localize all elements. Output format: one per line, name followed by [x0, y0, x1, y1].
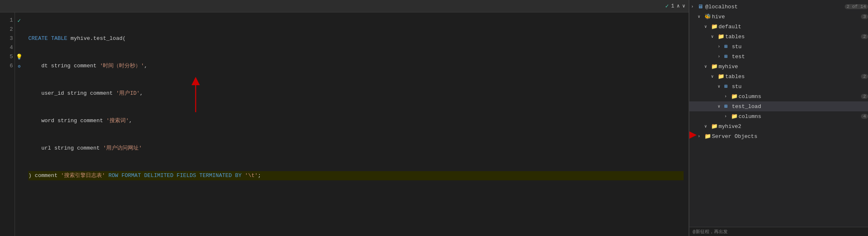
default-label: default: [719, 24, 868, 30]
server-objects-icon: 📁: [704, 133, 712, 140]
server-objects-label: Server Objects: [712, 133, 868, 140]
match-count: 1: [671, 3, 674, 9]
tree-item-test-load-columns[interactable]: › 📁 columns 4: [689, 111, 868, 121]
chevron-server-objects: ›: [698, 134, 704, 139]
db-bottom-bar: @新征程，再出发: [689, 227, 868, 236]
code-line-1: CREATE TABLE myhive.test_load(: [28, 34, 684, 43]
code-line-5: url string comment '用户访问网址': [28, 144, 684, 153]
test-load-label: test_load: [732, 103, 868, 110]
myhive-stu-icon: ⊞: [724, 83, 732, 90]
chevron-hive: ∨: [698, 14, 704, 19]
myhive-tables-badge: 2: [861, 74, 868, 79]
line-num-5: 5: [3, 52, 13, 61]
myhive-tables-icon: 📁: [718, 73, 725, 80]
nav-down-button[interactable]: ∨: [682, 3, 685, 9]
tree-item-myhive-stu-columns[interactable]: › 📁 columns 2: [689, 91, 868, 101]
myhive2-label: myhive2: [719, 123, 868, 130]
tree-item-server-objects[interactable]: › 📁 Server Objects: [689, 131, 868, 141]
tree-item-myhive2[interactable]: ∨ 📁 myhive2: [689, 121, 868, 131]
line-num-3: 3: [3, 34, 13, 43]
test-table-icon: ⊞: [724, 53, 732, 60]
editor-toolbar: ✓ 1 ∧ ∨: [0, 0, 689, 12]
stu-table-icon: ⊞: [724, 43, 732, 50]
chevron-myhive2: ∨: [704, 124, 711, 129]
chevron-test-load: ∨: [718, 104, 724, 109]
line-gutter: ✓ 💡 ⚙: [15, 12, 23, 236]
hive-label: hive: [712, 14, 859, 20]
test-load-columns-badge: 4: [861, 114, 868, 119]
myhive-label: myhive: [719, 64, 868, 70]
tree-item-myhive-stu[interactable]: ∨ ⊞ stu: [689, 81, 868, 91]
editor-panel: ✓ 1 ∧ ∨ 1 2 3 4 5 6 ✓ 💡 ⚙: [0, 0, 689, 236]
default-folder-icon: 📁: [711, 23, 719, 30]
chevron-myhive-stu: ∨: [718, 84, 724, 89]
tree-item-test-load[interactable]: ∨ ⊞ test_load: [689, 101, 868, 111]
hive-badge: 3: [861, 14, 868, 19]
gutter-bulb-icon[interactable]: 💡: [16, 52, 22, 61]
gutter-empty-4: [16, 43, 22, 52]
chevron-default: ∨: [704, 24, 711, 29]
line-num-4: 4: [3, 43, 13, 52]
myhive-stu-columns-badge: 2: [861, 94, 868, 99]
gutter-check-icon: ✓: [16, 16, 22, 25]
chevron-myhive: ∨: [704, 64, 711, 69]
line-num-6: 6: [3, 61, 13, 71]
myhive2-folder-icon: 📁: [711, 123, 719, 130]
myhive-stu-label: stu: [732, 84, 868, 90]
chevron-stu: ›: [718, 44, 724, 49]
server-icon: 🖥: [698, 4, 705, 10]
check-icon: ✓: [665, 2, 669, 10]
tree-item-localhost[interactable]: › 🖥 @localhost 2 of 14: [689, 2, 868, 12]
gutter-empty-3: [16, 34, 22, 43]
myhive-folder-icon: 📁: [711, 63, 719, 70]
chevron-localhost: ›: [691, 5, 698, 9]
chevron-default-tables: ∨: [711, 34, 718, 39]
chevron-test-load-columns: ›: [724, 114, 731, 119]
db-bottom-text: @新征程，再出发: [693, 229, 728, 235]
tree-item-myhive[interactable]: ∨ 📁 myhive: [689, 61, 868, 71]
default-tables-label: tables: [725, 34, 859, 40]
tree-item-test[interactable]: › ⊞ test: [689, 52, 868, 61]
nav-up-button[interactable]: ∧: [677, 3, 680, 9]
myhive-stu-columns-label: columns: [739, 93, 859, 100]
code-editor[interactable]: CREATE TABLE myhive.test_load( dt string…: [23, 12, 689, 236]
stu-label: stu: [732, 44, 868, 50]
line-num-1: 1: [3, 16, 13, 25]
chevron-myhive-stu-columns: ›: [724, 94, 731, 99]
code-line-4: word string comment '搜索词',: [28, 116, 684, 125]
localhost-label: @localhost: [705, 4, 843, 10]
chevron-test: ›: [718, 54, 724, 59]
default-tables-badge: 2: [861, 34, 868, 39]
test-load-columns-label: columns: [739, 113, 859, 120]
gutter-bracket-icon: ⚙: [16, 61, 22, 71]
code-line-3: user_id string comment '用户ID',: [28, 89, 684, 98]
chevron-myhive-tables: ∨: [711, 74, 718, 79]
localhost-badge: 2 of 14: [845, 4, 868, 9]
default-tables-icon: 📁: [718, 33, 725, 40]
tree-item-default[interactable]: ∨ 📁 default: [689, 22, 868, 32]
code-line-6: ) comment '搜索引擎日志表' ROW FORMAT DELIMITED…: [28, 171, 684, 180]
tree-item-stu[interactable]: › ⊞ stu: [689, 42, 868, 52]
tree-item-hive[interactable]: ∨ 🐝 hive 3: [689, 12, 868, 22]
gutter-empty-2: [16, 25, 22, 34]
tree-item-myhive-tables[interactable]: ∨ 📁 tables 2: [689, 71, 868, 81]
db-panel: › 🖥 @localhost 2 of 14 ∨ 🐝 hive 3 ∨ 📁 de…: [689, 0, 868, 236]
code-area: 1 2 3 4 5 6 ✓ 💡 ⚙ CREATE TABLE myhive.te…: [0, 12, 689, 236]
tree-item-default-tables[interactable]: ∨ 📁 tables 2: [689, 32, 868, 42]
hive-db-icon: 🐝: [704, 13, 712, 20]
test-load-table-icon: ⊞: [724, 103, 732, 110]
test-load-columns-icon: 📁: [731, 113, 739, 120]
line-num-2: 2: [3, 25, 13, 34]
code-line-2: dt string comment '时间（时分秒）',: [28, 61, 684, 71]
myhive-tables-label: tables: [725, 74, 859, 80]
db-tree[interactable]: › 🖥 @localhost 2 of 14 ∨ 🐝 hive 3 ∨ 📁 de…: [689, 0, 868, 227]
myhive-stu-columns-icon: 📁: [731, 93, 739, 100]
test-label: test: [732, 54, 868, 60]
line-numbers: 1 2 3 4 5 6: [0, 12, 15, 236]
